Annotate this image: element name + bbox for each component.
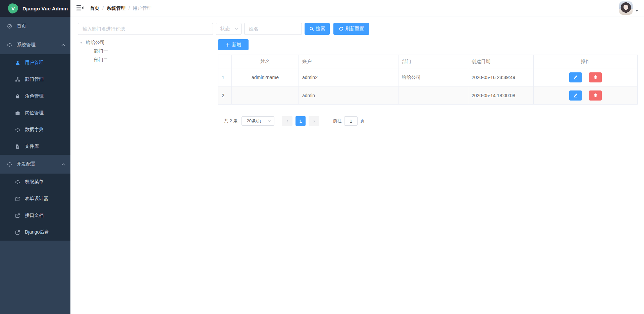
sidebar-item-api-docs[interactable]: 接口文档: [0, 207, 70, 224]
cell-name: [232, 86, 299, 105]
refresh-icon: [339, 26, 343, 31]
sidebar-toggle-hamburger-icon[interactable]: [76, 5, 84, 11]
component-icon: [7, 43, 12, 48]
pagination-total: 共 2 条: [224, 118, 237, 124]
caret-down-icon[interactable]: [79, 41, 83, 45]
component-icon: [15, 127, 20, 132]
sidebar-item-label: 岗位管理: [25, 110, 44, 116]
tree-node-child[interactable]: 部门一: [78, 47, 213, 56]
delete-button[interactable]: [589, 90, 602, 101]
dept-filter-input[interactable]: [78, 23, 213, 35]
app-root: V Django Vue Admin 首页 系统管理 用户管理: [0, 0, 644, 314]
tree-node-label: 部门二: [94, 57, 108, 63]
sidebar-item-dept-mgmt[interactable]: 部门管理: [0, 71, 70, 88]
sidebar-section-system[interactable]: 系统管理: [0, 36, 70, 54]
sidebar-item-form-designer[interactable]: 表单设计器: [0, 190, 70, 207]
dashboard-icon: [7, 24, 12, 29]
lock-icon: [15, 94, 20, 99]
cell-account: admin2: [299, 68, 398, 86]
app-logo-bar[interactable]: V Django Vue Admin: [0, 0, 70, 17]
user-table: 姓名 账户 部门 创建日期 操作 1 admin2name admin2 哈哈公…: [218, 55, 638, 105]
breadcrumb-item-current: 用户管理: [133, 5, 152, 11]
caret-down-icon: [635, 9, 639, 13]
sidebar-item-permission-menu[interactable]: 权限菜单: [0, 174, 70, 190]
page-jumper-input[interactable]: [344, 116, 358, 126]
breadcrumb-separator: /: [128, 6, 130, 11]
sidebar-menu: 首页 系统管理 用户管理 部门管理 角色管理: [0, 17, 70, 241]
user-icon: [15, 60, 20, 65]
app-title: Django Vue Admin: [22, 6, 68, 11]
page-size-select[interactable]: 20条/页: [241, 116, 274, 126]
table-header-row: 姓名 账户 部门 创建日期 操作: [218, 55, 638, 68]
sidebar-item-django-admin[interactable]: Django后台: [0, 224, 70, 241]
component-icon: [15, 180, 20, 185]
org-chart-icon: [15, 77, 20, 82]
user-avatar[interactable]: [619, 1, 633, 15]
search-icon: [309, 26, 314, 31]
breadcrumb-item-system[interactable]: 系统管理: [107, 5, 125, 11]
external-link-icon: [15, 230, 20, 235]
add-button[interactable]: 新增: [218, 39, 249, 50]
plus-icon: [225, 43, 230, 47]
cell-dept: 哈哈公司: [398, 68, 468, 86]
sidebar-section-label: 系统管理: [17, 42, 36, 48]
edit-button[interactable]: [569, 90, 582, 101]
sidebar-item-label: 部门管理: [25, 76, 44, 82]
refresh-reset-button[interactable]: 刷新重置: [333, 23, 369, 35]
cell-index: 2: [218, 86, 232, 105]
table-row: 2 admin 2020-05-14 18:00:08: [218, 86, 638, 105]
sidebar-item-home[interactable]: 首页: [0, 17, 70, 36]
name-filter-input[interactable]: [244, 23, 302, 35]
sidebar-item-user-mgmt[interactable]: 用户管理: [0, 54, 70, 71]
sidebar-section-label: 开发配置: [17, 161, 36, 167]
sidebar-item-label: 权限菜单: [25, 179, 44, 185]
pagination: 共 2 条 20条/页 1 前往 页: [218, 116, 365, 126]
status-select[interactable]: 状态: [216, 23, 241, 35]
edit-button[interactable]: [569, 72, 582, 82]
external-link-icon: [15, 196, 20, 201]
page-size-value: 20条/页: [247, 118, 261, 124]
dept-tree: 哈哈公司 部门一 部门二: [78, 38, 213, 64]
sidebar-item-label: 用户管理: [25, 60, 44, 66]
sidebar-section-dev-config[interactable]: 开发配置: [0, 155, 70, 174]
chevron-up-icon: [61, 162, 66, 167]
tree-node-child[interactable]: 部门二: [78, 56, 213, 64]
trash-icon: [593, 75, 598, 79]
sidebar-item-post-mgmt[interactable]: 岗位管理: [0, 105, 70, 121]
pencil-icon: [573, 93, 578, 98]
user-menu[interactable]: [619, 1, 639, 15]
chevron-down-icon: [268, 119, 271, 123]
chevron-left-icon: [285, 119, 289, 123]
sidebar-item-file-library[interactable]: 文件库: [0, 138, 70, 155]
next-page-button[interactable]: [309, 116, 319, 126]
add-button-label: 新增: [232, 42, 241, 48]
sidebar-item-label: 接口文档: [25, 212, 44, 218]
component-icon: [7, 162, 12, 167]
page-number-button[interactable]: 1: [296, 116, 306, 126]
topbar: 首页 / 系统管理 / 用户管理: [70, 0, 644, 16]
chevron-right-icon: [312, 119, 316, 123]
sidebar-item-data-dict[interactable]: 数据字典: [0, 121, 70, 138]
external-link-icon: [15, 213, 20, 218]
delete-button[interactable]: [589, 72, 602, 82]
column-header-created: 创建日期: [468, 55, 534, 68]
app-logo-icon: V: [7, 3, 19, 14]
column-header-dept: 部门: [398, 55, 468, 68]
cell-index: 1: [218, 68, 232, 86]
sidebar: V Django Vue Admin 首页 系统管理 用户管理: [0, 0, 70, 314]
sidebar-item-label: 数据字典: [25, 127, 44, 133]
prev-page-button[interactable]: [282, 116, 292, 126]
cell-name: admin2name: [232, 68, 299, 86]
tree-node-root[interactable]: 哈哈公司: [78, 38, 213, 47]
search-button[interactable]: 搜索: [305, 23, 330, 35]
cell-actions: [534, 86, 638, 105]
chevron-up-icon: [61, 43, 66, 48]
trash-icon: [593, 93, 598, 98]
jumper-suffix: 页: [360, 118, 365, 124]
sidebar-item-role-mgmt[interactable]: 角色管理: [0, 88, 70, 105]
breadcrumb-item-home[interactable]: 首页: [90, 5, 99, 11]
chevron-down-icon: [234, 27, 238, 31]
column-header-actions: 操作: [534, 55, 638, 68]
column-header-index: [218, 55, 232, 68]
sidebar-submenu-dev-config: 权限菜单 表单设计器 接口文档 Django后台: [0, 174, 70, 241]
